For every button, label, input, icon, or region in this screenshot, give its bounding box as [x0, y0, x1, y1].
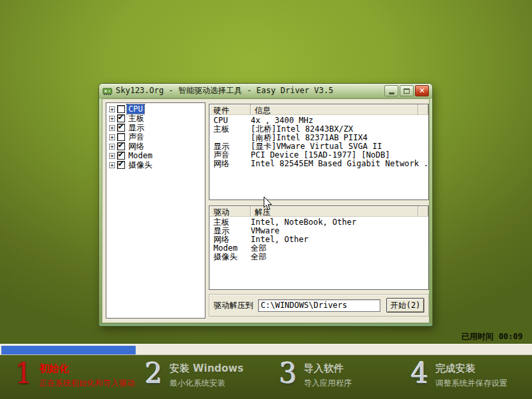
expand-icon[interactable] [109, 153, 115, 159]
column-header-extract[interactable]: 解压 [251, 206, 418, 216]
tree-item-camera[interactable]: 摄像头 [108, 160, 205, 170]
hardware-name: 声音 [209, 151, 251, 160]
elapsed-time: 已用时间00:09 [462, 331, 523, 342]
hardware-value: PCI Device [15AD-1977] [NoDB] [251, 151, 428, 160]
extract-label: 驱动解压到 [213, 300, 253, 311]
driver-row[interactable]: Modem 全部 [209, 244, 428, 253]
extract-path-input[interactable] [258, 299, 380, 312]
driver-row[interactable]: 网络 Intel, Other [209, 235, 428, 244]
driver-name: 主板 [209, 218, 251, 227]
hardware-value: Intel 82545EM Based Gigabit Network ... [251, 160, 428, 168]
tree-item-sound[interactable]: 声音 [108, 132, 205, 142]
device-tree[interactable]: CPU 主板 显示 声音 [106, 102, 205, 319]
close-button[interactable]: ✕ [415, 85, 429, 96]
hardware-value: 4x , 3400 MHz [251, 116, 428, 125]
step-subtitle: 导入应用程序 [304, 378, 352, 389]
expand-icon[interactable] [109, 106, 115, 112]
driver-name: 网络 [209, 235, 251, 244]
step-finish-install: 4 完成安装 调整系统并保存设置 [411, 359, 507, 389]
step-subtitle: 调整系统并保存设置 [436, 378, 507, 389]
tree-item-cpu[interactable]: CPU [108, 104, 205, 114]
hardware-name: CPU [209, 116, 251, 125]
driver-name: 显示 [209, 227, 251, 235]
checkbox-network[interactable] [117, 142, 125, 150]
hardware-name: 主板 [209, 125, 251, 134]
expand-icon[interactable] [109, 144, 115, 150]
step-title: 安装 Windows [170, 362, 243, 375]
hardware-row[interactable]: 网络 Intel 82545EM Based Gigabit Network .… [209, 160, 428, 168]
driver-row[interactable]: 主板 Intel, NoteBook, Other [209, 218, 428, 227]
checkbox-display[interactable] [117, 124, 125, 132]
maximize-button[interactable] [400, 85, 414, 96]
driver-value: Intel, NoteBook, Other [251, 218, 428, 227]
driver-value: VMware [251, 227, 428, 235]
hardware-info-panel: 硬件 信息 CPU 4x , 3400 MHz 主板 [北桥]Intel 824… [209, 104, 429, 200]
progress-fill [1, 346, 136, 354]
driver-row[interactable]: 摄像头 全部 [209, 253, 428, 261]
hardware-row[interactable]: [南桥]Intel 82371AB PIIX4 [209, 134, 428, 142]
expand-icon[interactable] [109, 116, 115, 122]
expand-icon[interactable] [109, 162, 115, 168]
step-title: 完成安装 [436, 362, 507, 375]
step-title: 导入软件 [304, 362, 352, 375]
tree-item-modem[interactable]: Modem [108, 151, 205, 160]
hardware-row[interactable]: 声音 PCI Device [15AD-1977] [NoDB] [209, 151, 428, 160]
driver-name: 摄像头 [209, 253, 251, 261]
checkbox-mainboard[interactable] [117, 114, 125, 122]
driver-value: 全部 [251, 253, 428, 261]
step-subtitle: 最小化系统安装 [170, 378, 243, 389]
window-title: Sky123.Org - 智能驱动选择工具 - Easy Driver V3.5 [116, 85, 384, 96]
expand-icon[interactable] [109, 125, 115, 131]
step-subtitle: 正在系统初始化和导入驱动 [39, 378, 135, 389]
checkbox-camera[interactable] [117, 161, 125, 169]
driver-header-row: 驱动 解压 [209, 206, 428, 217]
maximize-icon [404, 88, 410, 94]
expand-icon[interactable] [109, 134, 115, 140]
step-number: 4 [411, 359, 429, 389]
step-title: 初始化 [39, 362, 135, 375]
extract-destination-bar: 驱动解压到 开始(2) [209, 294, 429, 317]
hardware-value: [显卡]VMware Virtual SVGA II [251, 142, 428, 151]
driver-row[interactable]: 显示 VMware [209, 227, 428, 235]
step-import-software: 3 导入软件 导入应用程序 [279, 359, 352, 389]
hardware-name [209, 134, 251, 142]
tree-item-mainboard[interactable]: 主板 [108, 114, 205, 123]
tree-item-label[interactable]: 摄像头 [127, 160, 154, 171]
driver-value: Intel, Other [251, 235, 428, 244]
hardware-header-row: 硬件 信息 [209, 104, 428, 115]
tree-item-display[interactable]: 显示 [108, 123, 205, 132]
driver-card-icon [102, 86, 113, 96]
hardware-value: [南桥]Intel 82371AB PIIX4 [251, 134, 428, 142]
column-header-driver[interactable]: 驱动 [209, 206, 251, 216]
checkbox-sound[interactable] [117, 133, 125, 141]
minimize-button[interactable] [384, 85, 398, 96]
hardware-value: [北桥]Intel 82443BX/ZX [251, 125, 428, 134]
tree-item-network[interactable]: 网络 [108, 142, 205, 151]
hardware-row[interactable]: 主板 [北桥]Intel 82443BX/ZX [209, 125, 428, 134]
install-progress-bar [0, 344, 532, 355]
hardware-name: 显示 [209, 142, 251, 151]
driver-value: 全部 [251, 244, 428, 253]
checkbox-cpu[interactable] [117, 105, 125, 113]
column-header-info[interactable]: 信息 [251, 104, 418, 114]
window-client-area: CPU 主板 显示 声音 [102, 98, 430, 323]
elapsed-value: 00:09 [499, 332, 523, 341]
installer-desktop: Sky123.Org - 智能驱动选择工具 - Easy Driver V3.5… [0, 0, 532, 399]
column-header-hardware[interactable]: 硬件 [209, 104, 251, 114]
step-initialize: 1 初始化 正在系统初始化和导入驱动 [15, 359, 135, 389]
step-number: 2 [145, 359, 163, 389]
step-number: 3 [279, 359, 297, 389]
driver-name: Modem [209, 244, 251, 253]
mouse-cursor [263, 197, 273, 211]
column-header-filler [418, 206, 428, 216]
window-titlebar[interactable]: Sky123.Org - 智能驱动选择工具 - Easy Driver V3.5… [99, 84, 432, 98]
hardware-name: 网络 [209, 160, 251, 168]
tree-item-label[interactable]: 网络 [127, 141, 146, 152]
hardware-row[interactable]: CPU 4x , 3400 MHz [209, 116, 428, 125]
elapsed-label: 已用时间 [462, 332, 493, 341]
hardware-row[interactable]: 显示 [显卡]VMware Virtual SVGA II [209, 142, 428, 151]
step-number: 1 [15, 359, 33, 389]
checkbox-modem[interactable] [117, 152, 125, 160]
start-button[interactable]: 开始(2) [386, 298, 424, 313]
step-install-windows: 2 安装 Windows 最小化系统安装 [145, 359, 243, 389]
